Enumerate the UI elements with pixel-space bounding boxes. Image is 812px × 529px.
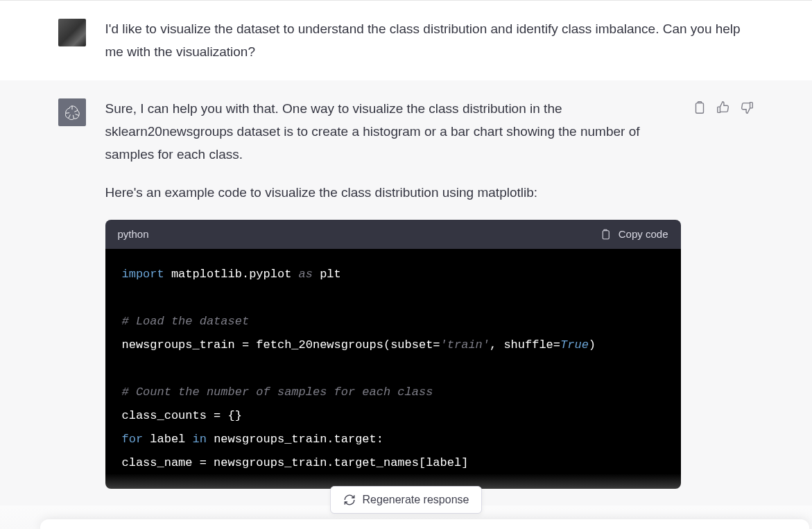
openai-logo-icon bbox=[63, 103, 81, 121]
code-header: python Copy code bbox=[105, 220, 681, 249]
copy-code-label: Copy code bbox=[619, 225, 668, 243]
assistant-avatar bbox=[58, 98, 86, 126]
regenerate-label: Regenerate response bbox=[363, 494, 469, 506]
copy-code-button[interactable]: Copy code bbox=[599, 225, 668, 243]
feedback-buttons bbox=[692, 100, 754, 489]
assistant-paragraph-1: Sure, I can help you with that. One way … bbox=[105, 97, 681, 166]
input-bar-peek[interactable] bbox=[40, 519, 809, 529]
code-body: import matplotlib.pyplot as plt# Load th… bbox=[105, 249, 681, 489]
thumbs-up-icon[interactable] bbox=[716, 100, 731, 115]
thumbs-down-icon[interactable] bbox=[739, 100, 754, 115]
user-avatar bbox=[58, 19, 86, 46]
clipboard-icon bbox=[599, 228, 612, 241]
clipboard-icon[interactable] bbox=[692, 100, 707, 115]
regenerate-response-button[interactable]: Regenerate response bbox=[330, 486, 483, 514]
code-language-label: python bbox=[118, 225, 149, 243]
user-message-row: I'd like to visualize the dataset to und… bbox=[0, 1, 812, 80]
svg-rect-0 bbox=[603, 230, 609, 239]
user-message-text: I'd like to visualize the dataset to und… bbox=[105, 21, 741, 59]
user-message-content: I'd like to visualize the dataset to und… bbox=[105, 17, 754, 64]
assistant-message-content: Sure, I can help you with that. One way … bbox=[105, 97, 681, 489]
svg-rect-1 bbox=[696, 103, 703, 113]
assistant-paragraph-2: Here's an example code to visualize the … bbox=[105, 181, 681, 204]
code-block: python Copy code import matplotlib.pyplo… bbox=[105, 220, 681, 489]
refresh-icon bbox=[343, 494, 356, 506]
assistant-message-row: Sure, I can help you with that. One way … bbox=[0, 80, 812, 505]
